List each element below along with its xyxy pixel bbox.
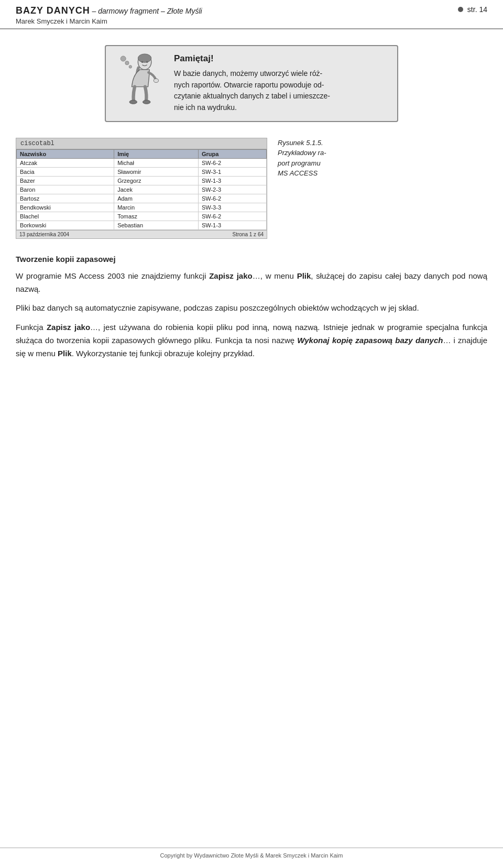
- p3-text-f: Plik: [58, 349, 72, 358]
- remember-box: Pamiętaj! W bazie danych, możemy utworzy…: [105, 45, 398, 122]
- header-right: str. 14: [458, 5, 487, 14]
- svg-point-2: [141, 61, 144, 63]
- caption-block: Rysunek 5.1.5. Przykładowy ra- port prog…: [278, 138, 487, 181]
- table-cell-5-2: SW-3-3: [198, 203, 266, 212]
- table-row: BorkowskiSebastianSW-1-3: [17, 221, 267, 229]
- table-cell-0-1: Michał: [114, 158, 199, 167]
- remember-title: Pamiętaj!: [174, 53, 387, 64]
- table-header-row: Nazwisko Imię Grupa: [17, 149, 267, 158]
- screenshot-section: ciscotabl Nazwisko Imię Grupa AtczakMich…: [16, 138, 487, 239]
- svg-point-3: [146, 61, 148, 63]
- section-heading: Tworzenie kopii zapasowej: [16, 255, 487, 263]
- table-cell-4-2: SW-6-2: [198, 194, 266, 203]
- table-cell-1-0: Bacia: [17, 167, 114, 176]
- svg-point-9: [125, 61, 129, 65]
- table-cell-1-2: SW-3-1: [198, 167, 266, 176]
- table-row: BaciaSławomirSW-3-1: [17, 167, 267, 176]
- remember-text: Pamiętaj! W bazie danych, możemy utworzy…: [174, 53, 387, 114]
- table-cell-4-1: Adam: [114, 194, 199, 203]
- screenshot-wrapper: ciscotabl Nazwisko Imię Grupa AtczakMich…: [16, 138, 267, 239]
- table-cell-6-1: Tomasz: [114, 212, 199, 221]
- table-row: BlachelTomaszSW-6-2: [17, 212, 267, 221]
- table-cell-7-0: Borkowski: [17, 221, 114, 229]
- table-cell-2-1: Grzegorz: [114, 176, 199, 185]
- p3-text-b: Zapisz jako: [47, 323, 90, 332]
- screenshot-footer: 13 października 2004 Strona 1 z 64: [16, 230, 267, 238]
- page-header: BAZY DANYCH – darmowy fragment – Złote M…: [0, 0, 503, 29]
- p3-text-d: Wykonaj kopię zapasową bazy danych: [297, 336, 443, 345]
- page-footer: Copyright by Wydawnictwo Złote Myśli & M…: [0, 848, 503, 863]
- screenshot-table: Nazwisko Imię Grupa AtczakMichałSW-6-2Ba…: [16, 149, 267, 230]
- p3-text-g: . Wykorzystanie tej funkcji obrazuje kol…: [72, 349, 255, 358]
- p3-text-a: Funkcja: [16, 323, 47, 332]
- table-cell-6-2: SW-6-2: [198, 212, 266, 221]
- table-cell-3-1: Jacek: [114, 185, 199, 194]
- table-cell-6-0: Blachel: [17, 212, 114, 221]
- col-header-grupa: Grupa: [198, 149, 266, 158]
- table-cell-2-2: SW-1-3: [198, 176, 266, 185]
- p1-text-b: Zapisz jako: [209, 271, 253, 280]
- table-cell-1-1: Sławomir: [114, 167, 199, 176]
- col-header-nazwisko: Nazwisko: [17, 149, 114, 158]
- paragraph-2: Pliki baz danych są automatycznie zapisy…: [16, 302, 487, 315]
- table-cell-3-0: Baron: [17, 185, 114, 194]
- paragraph-3: Funkcja Zapisz jako…, jest używana do ro…: [16, 321, 487, 360]
- p1-text-c: …, w menu: [253, 271, 297, 280]
- header-authors: Marek Smyczek i Marcin Kaim: [16, 17, 202, 25]
- p1-text-d: Plik: [297, 271, 311, 280]
- table-cell-2-0: Bazer: [17, 176, 114, 185]
- page-dot-icon: [458, 7, 463, 12]
- header-left: BAZY DANYCH – darmowy fragment – Złote M…: [16, 5, 202, 25]
- screenshot-titlebar: ciscotabl: [16, 138, 267, 149]
- header-title: BAZY DANYCH – darmowy fragment – Złote M…: [16, 5, 202, 16]
- table-row: BendkowskiMarcinSW-3-3: [17, 203, 267, 212]
- footer-copyright: Copyright by Wydawnictwo Złote Myśli & M…: [160, 852, 343, 859]
- table-cell-7-2: SW-1-3: [198, 221, 266, 229]
- svg-point-1: [138, 54, 151, 62]
- book-subtitle: – darmowy fragment – Złote Myśli: [90, 7, 202, 15]
- think-person-icon: [116, 53, 163, 106]
- svg-point-7: [143, 100, 150, 104]
- table-cell-5-0: Bendkowski: [17, 203, 114, 212]
- table-row: AtczakMichałSW-6-2: [17, 158, 267, 167]
- p1-text-a: W programie MS Access 2003 nie znajdziem…: [16, 271, 209, 280]
- footer-page: Strona 1 z 64: [233, 232, 264, 237]
- think-figure: [116, 53, 163, 108]
- paragraph-1: W programie MS Access 2003 nie znajdziem…: [16, 270, 487, 296]
- table-cell-4-0: Bartosz: [17, 194, 114, 203]
- svg-point-5: [154, 79, 158, 82]
- remember-body: W bazie danych, możemy utworzyć wiele ró…: [174, 68, 387, 114]
- svg-point-10: [121, 56, 126, 61]
- table-row: BazerGrzegorzSW-1-3: [17, 176, 267, 185]
- svg-point-6: [129, 100, 137, 104]
- table-cell-5-1: Marcin: [114, 203, 199, 212]
- page-number: str. 14: [467, 5, 487, 14]
- svg-point-8: [129, 65, 132, 68]
- caption-text: Rysunek 5.1.5. Przykładowy ra- port prog…: [278, 138, 326, 179]
- table-cell-0-2: SW-6-2: [198, 158, 266, 167]
- table-row: BaronJacekSW-2-3: [17, 185, 267, 194]
- col-header-imie: Imię: [114, 149, 199, 158]
- footer-date: 13 października 2004: [19, 232, 69, 237]
- table-cell-7-1: Sebastian: [114, 221, 199, 229]
- table-row: BartoszAdamSW-6-2: [17, 194, 267, 203]
- table-cell-3-2: SW-2-3: [198, 185, 266, 194]
- table-cell-0-0: Atczak: [17, 158, 114, 167]
- book-title: BAZY DANYCH: [16, 5, 90, 16]
- main-content: Pamiętaj! W bazie danych, możemy utworzy…: [0, 29, 503, 377]
